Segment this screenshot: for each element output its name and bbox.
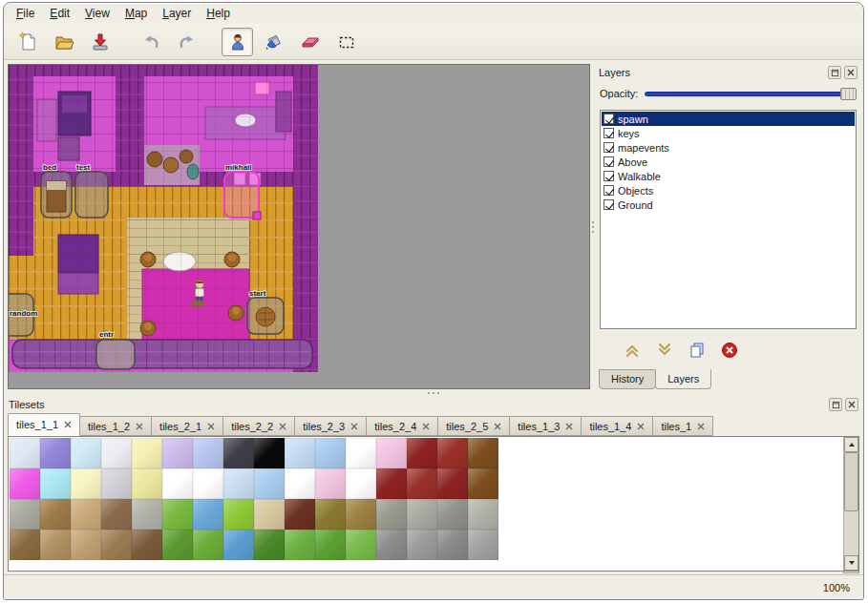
new-map-button[interactable] — [11, 28, 43, 56]
map-canvas[interactable]: bed test mikhail start — [9, 65, 590, 389]
tileset-tile[interactable] — [101, 438, 132, 468]
layer-row-above[interactable]: Above — [602, 155, 855, 169]
tileset-tile[interactable] — [468, 530, 498, 560]
rectangular-select-button[interactable] — [330, 28, 362, 56]
opacity-slider-handle[interactable] — [840, 88, 857, 100]
tileset-tile[interactable] — [437, 468, 468, 499]
tileset-tile[interactable] — [315, 468, 346, 499]
tileset-tile[interactable] — [40, 438, 71, 468]
close-tab-icon[interactable] — [136, 423, 143, 430]
tileset-tile[interactable] — [285, 499, 315, 530]
tileset-tile[interactable] — [376, 499, 407, 530]
tileset-scrollbar[interactable] — [843, 437, 858, 571]
layer-row-objects[interactable]: Objects — [602, 183, 855, 198]
scrollbar-thumb[interactable] — [844, 452, 858, 511]
tileset-tile[interactable] — [376, 468, 407, 499]
tileset-tile[interactable] — [346, 468, 376, 499]
layer-visibility-checkbox[interactable] — [603, 185, 614, 196]
tileset-tile[interactable] — [162, 530, 193, 560]
tileset-tile[interactable] — [101, 530, 132, 560]
tileset-tab[interactable]: tiles_1_1 — [8, 413, 80, 436]
tileset-tile[interactable] — [101, 468, 132, 499]
tileset-tile[interactable] — [254, 499, 285, 530]
tileset-tile[interactable] — [407, 530, 437, 560]
tileset-tab[interactable]: tiles_1_2 — [79, 416, 152, 436]
close-panel-button[interactable] — [844, 66, 857, 79]
close-tab-icon[interactable] — [565, 423, 573, 430]
open-map-button[interactable] — [48, 28, 79, 56]
float-panel-button[interactable] — [829, 398, 842, 411]
menu-view[interactable]: View — [77, 4, 117, 23]
tileset-tile[interactable] — [71, 468, 101, 499]
tileset-tab[interactable]: tiles_2_1 — [151, 416, 223, 436]
tileset-tile[interactable] — [162, 499, 193, 530]
tileset-tile[interactable] — [346, 530, 376, 560]
close-tab-icon[interactable] — [697, 423, 705, 430]
layer-visibility-checkbox[interactable] — [603, 128, 614, 138]
horizontal-splitter[interactable] — [4, 389, 863, 396]
duplicate-layer-button[interactable] — [686, 339, 709, 362]
menu-edit[interactable]: Edit — [42, 4, 77, 23]
redo-button[interactable] — [171, 28, 202, 56]
tileset-grid[interactable] — [10, 438, 499, 560]
tileset-tile[interactable] — [468, 468, 498, 499]
tileset-tile[interactable] — [193, 530, 223, 560]
tileset-tab[interactable]: tiles_2_4 — [366, 416, 438, 436]
save-map-button[interactable] — [84, 28, 116, 56]
tileset-tile[interactable] — [223, 468, 254, 499]
tileset-tile[interactable] — [71, 499, 101, 530]
tileset-tile[interactable] — [40, 499, 71, 530]
undo-button[interactable] — [135, 28, 166, 56]
layer-visibility-checkbox[interactable] — [603, 199, 614, 210]
delete-layer-button[interactable] — [718, 339, 741, 362]
tileset-tile[interactable] — [437, 530, 468, 560]
scroll-up-button[interactable] — [844, 437, 858, 452]
eraser-button[interactable] — [294, 28, 326, 56]
tileset-tile[interactable] — [10, 499, 40, 530]
tileset-tile[interactable] — [223, 530, 254, 560]
tileset-tab[interactable]: tiles_2_2 — [222, 416, 295, 436]
tileset-tile[interactable] — [468, 438, 498, 468]
tileset-tile[interactable] — [407, 468, 437, 499]
menu-map[interactable]: Map — [117, 4, 155, 23]
tileset-tile[interactable] — [162, 468, 193, 499]
tileset-tile[interactable] — [132, 468, 162, 499]
tileset-tile[interactable] — [162, 438, 193, 468]
tileset-tile[interactable] — [468, 499, 498, 530]
tileset-tile[interactable] — [346, 438, 376, 468]
menu-file[interactable]: File — [9, 4, 42, 23]
tileset-tile[interactable] — [285, 530, 315, 560]
tileset-tile[interactable] — [285, 438, 315, 468]
tileset-tile[interactable] — [10, 530, 40, 560]
bucket-fill-button[interactable] — [258, 28, 289, 56]
layer-row-spawn[interactable]: spawn — [602, 112, 855, 126]
tileset-tab[interactable]: tiles_1_3 — [509, 416, 582, 436]
tileset-tile[interactable] — [40, 530, 71, 560]
close-tab-icon[interactable] — [637, 423, 645, 430]
tileset-tile[interactable] — [101, 499, 132, 530]
tileset-tile[interactable] — [254, 468, 285, 499]
tileset-tile[interactable] — [437, 438, 468, 468]
tileset-tab[interactable]: tiles_1 — [652, 416, 713, 436]
close-tab-icon[interactable] — [350, 423, 358, 430]
lower-layer-button[interactable] — [653, 339, 676, 362]
scroll-down-button[interactable] — [844, 555, 858, 571]
layer-row-keys[interactable]: keys — [602, 126, 855, 140]
tileset-tile[interactable] — [407, 499, 437, 530]
tileset-tile[interactable] — [285, 468, 315, 499]
tileset-tile[interactable] — [223, 438, 254, 468]
opacity-slider-track[interactable] — [645, 92, 856, 96]
menu-layer[interactable]: Layer — [155, 4, 199, 23]
tileset-tile[interactable] — [376, 438, 407, 468]
tileset-tile[interactable] — [376, 530, 407, 560]
stamp-brush-button[interactable] — [222, 28, 253, 56]
opacity-slider[interactable] — [645, 87, 857, 101]
layer-visibility-checkbox[interactable] — [603, 114, 614, 124]
close-tab-icon[interactable] — [279, 423, 286, 430]
layer-visibility-checkbox[interactable] — [603, 156, 614, 167]
tileset-tab[interactable]: tiles_2_3 — [294, 416, 367, 436]
menu-help[interactable]: Help — [199, 4, 238, 23]
tileset-tile[interactable] — [315, 499, 346, 530]
tileset-tile[interactable] — [10, 438, 40, 468]
tileset-tile[interactable] — [193, 499, 223, 530]
